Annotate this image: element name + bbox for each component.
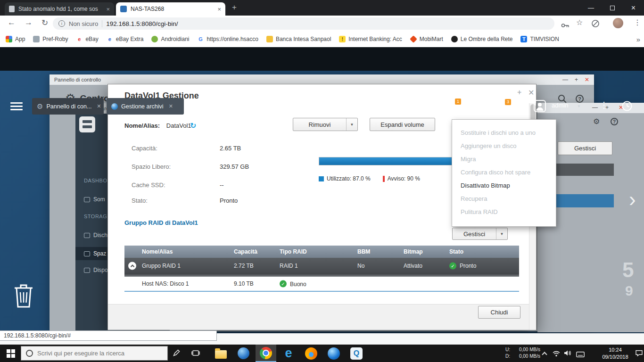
browser-tabstrip: Stato anomalo hdd 1, come sos × NAS-TAS2… [0, 0, 644, 16]
browser-menu-icon[interactable]: ⋮ [634, 18, 641, 27]
dialog-close-icon[interactable]: ✕ [528, 88, 534, 97]
username-label[interactable]: admin [552, 102, 568, 109]
nas-favicon [120, 6, 127, 12]
firefox-icon[interactable] [301, 345, 322, 362]
taskbar-search[interactable] [21, 346, 168, 361]
browser-toolbar: ← → ↻ i Non sicuro 192.168.1.5:8080/cgi-… [0, 16, 644, 31]
file-explorer-icon[interactable] [210, 345, 231, 362]
minimize-icon[interactable]: — [562, 76, 568, 83]
maximize-icon[interactable]: + [575, 76, 578, 83]
taskbar-clock[interactable]: 10:24 09/10/2018 [595, 346, 636, 361]
cortana-icon [26, 350, 33, 357]
sync-icon[interactable] [473, 101, 483, 113]
background-tasks-icon[interactable]: 1 [448, 101, 456, 113]
notifications-icon[interactable]: i 3 [497, 101, 506, 111]
tab-close-icon[interactable]: × [106, 6, 110, 13]
action-center-icon[interactable] [636, 350, 643, 358]
stat-big-number: 5 [622, 258, 634, 282]
bookmark-internet-banking[interactable]: !Internet Banking: Acc [339, 36, 402, 42]
raid-manage-button[interactable]: Gestisci ▼ [452, 228, 508, 240]
browser-tab-forum[interactable]: Stato anomalo hdd 1, come sos × [5, 2, 114, 16]
browser-tab-nas[interactable]: NAS-TAS268 × [116, 2, 225, 16]
rename-refresh-icon[interactable]: ↻ [190, 121, 196, 130]
more-options-icon[interactable]: ⋮ [600, 100, 608, 110]
nas-tab-storage[interactable]: Gestione archivi ✕ [107, 98, 184, 115]
search-icon[interactable] [411, 101, 421, 114]
dropdown-caret-icon[interactable]: ▼ [346, 118, 357, 131]
task-view-icon[interactable] [191, 350, 200, 358]
tray-overflow-chevron-icon[interactable] [542, 352, 547, 357]
remove-button[interactable]: Rimuovi ▼ [293, 118, 358, 131]
minimize-icon[interactable]: — [592, 104, 598, 111]
edge-icon[interactable]: e [278, 345, 299, 362]
new-tab-button[interactable]: + [232, 3, 237, 12]
close-icon[interactable]: ✕ [585, 76, 589, 83]
user-icon[interactable] [534, 100, 546, 114]
start-button[interactable] [7, 349, 15, 358]
raid-group-row[interactable]: Gruppo RAID 1 2.72 TB RAID 1 No Attivato… [124, 258, 519, 273]
nas-tab-close-icon[interactable]: ✕ [169, 103, 173, 109]
collapse-chevron-icon[interactable] [128, 262, 136, 270]
apps-grid-icon [6, 36, 12, 42]
bookmark-mobimart[interactable]: MobiMart [410, 36, 443, 42]
help-icon[interactable]: ? [611, 118, 618, 125]
bookmark-ombre[interactable]: Le Ombre della Rete [451, 36, 513, 42]
minimize-button[interactable]: — [580, 4, 602, 11]
close-dialog-button[interactable]: Chiudi [478, 306, 520, 319]
recycle-bin-icon[interactable] [12, 281, 35, 311]
user-menu-caret-icon[interactable]: ▼ [577, 104, 581, 108]
ink-workspace-icon[interactable] [173, 349, 181, 359]
bookmark-banca-intesa[interactable]: Banca Intesa Sanpaol [266, 36, 331, 42]
site-info-icon[interactable]: i [58, 20, 65, 27]
bookmark-folder[interactable]: Pref-Roby [33, 36, 68, 42]
chrome-icon[interactable] [256, 345, 276, 362]
password-key-icon[interactable] [561, 21, 570, 30]
nas-tab-close-icon[interactable]: ✕ [97, 103, 101, 109]
bookmark-androidiani[interactable]: Androidiani [151, 36, 189, 42]
menu-item-disable-bitmap[interactable]: Disattivato Bitmap [452, 179, 556, 192]
bookmarks-overflow-icon[interactable]: » [636, 35, 640, 43]
address-bar[interactable]: i Non sicuro 192.168.1.5:8080/cgi-bin/ [53, 17, 554, 30]
status-link-bubble: 192.168.1.5:8080/cgi-bin/# [0, 330, 217, 341]
back-icon[interactable]: ← [8, 18, 16, 27]
bookmark-ebay-extra[interactable]: eeBay Extra [107, 36, 144, 42]
qfinder-icon[interactable]: Q [346, 345, 367, 362]
bookmark-star-icon[interactable]: ☆ [576, 18, 583, 27]
manage-button[interactable]: Gestisci [558, 141, 612, 155]
reload-icon[interactable]: ↻ [41, 18, 48, 28]
extension-blocked-icon[interactable] [591, 19, 600, 30]
panel-help-icon[interactable]: ? [576, 95, 584, 103]
resource-monitor-clock-icon[interactable] [621, 100, 633, 114]
tasks-badge: 1 [455, 99, 461, 105]
wifi-icon[interactable] [553, 350, 560, 359]
blue-swirl-app-icon[interactable] [233, 345, 254, 362]
dialog-maximize-icon[interactable]: + [517, 88, 521, 97]
bookmark-timvision[interactable]: TTIMVISION [520, 36, 559, 42]
desktop-next-arrow-icon[interactable]: › [629, 188, 636, 211]
maximize-button[interactable] [602, 6, 623, 10]
close-button[interactable]: × [623, 4, 644, 12]
raid-disk-row[interactable]: Host NAS: Disco 1 9.10 TB ✓Buono [124, 277, 519, 291]
search-input[interactable] [37, 350, 167, 357]
url-text[interactable]: 192.168.1.5:8080/cgi-bin/ [106, 20, 178, 27]
main-menu-icon[interactable] [10, 102, 23, 112]
settings-gear-icon[interactable]: ⚙ [593, 117, 600, 126]
control-panel-titlebar[interactable]: Pannello di controllo — + ✕ [50, 74, 594, 85]
disk-icon [84, 251, 90, 256]
profile-avatar[interactable] [613, 18, 623, 28]
expand-volume-button[interactable]: Espandi volume [370, 118, 435, 131]
usage-legend: Utilizzato: 87.0 % Avviso: 90 % [319, 175, 420, 182]
notifications-badge: 3 [505, 99, 511, 105]
tab-close-icon[interactable]: × [217, 6, 221, 13]
bookmark-ebay[interactable]: eeBay [76, 36, 98, 42]
dropdown-caret-icon[interactable]: ▼ [496, 228, 507, 239]
touch-keyboard-icon[interactable] [576, 351, 585, 359]
nas-tab-control-panel[interactable]: ⚙ Pannello di con... ✕ [32, 98, 104, 115]
screen: Stato anomalo hdd 1, come sos × NAS-TAS2… [0, 0, 644, 362]
volume-icon[interactable] [564, 350, 571, 358]
forward-icon[interactable]: → [25, 18, 33, 27]
bookmark-apps[interactable]: App [6, 36, 25, 42]
bookmark-hsacco[interactable]: Ghttps://online.hsacco [198, 36, 258, 42]
network-speed-indicator: U:0,00 MB/s D:0,00 MB/s [505, 346, 540, 360]
blue-sphere-app-icon[interactable] [323, 345, 344, 362]
